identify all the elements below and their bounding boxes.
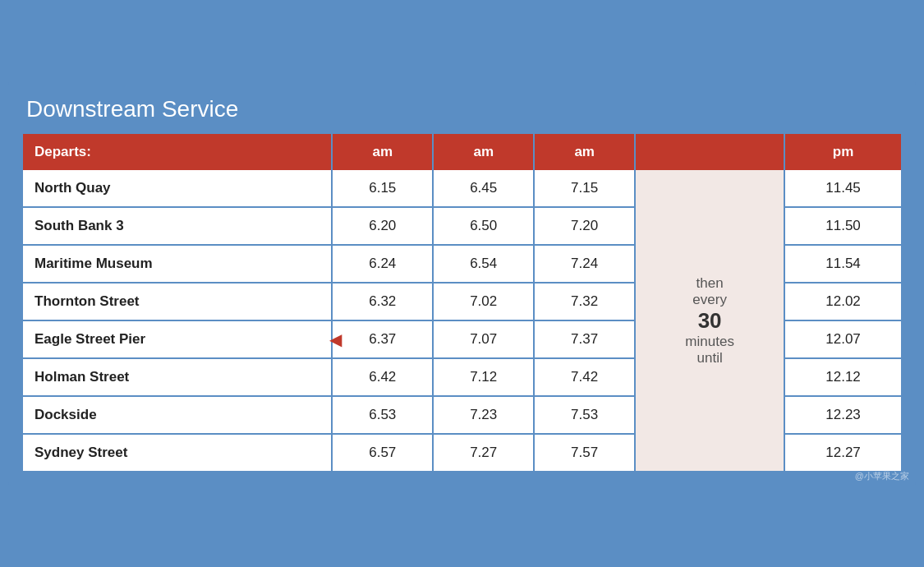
time-am1: ◀6.37 (332, 320, 433, 358)
header-am3: am (534, 134, 635, 170)
time-am2: 6.54 (433, 245, 534, 283)
time-am3: 7.53 (534, 396, 635, 434)
timetable: Departs: am am am pm North Quay6.156.457… (23, 134, 901, 471)
stop-name: Maritime Museum (23, 245, 332, 283)
time-am3: 7.37 (534, 320, 635, 358)
thirty-text: 30 (698, 308, 722, 333)
stop-name: Eagle Street Pier (23, 320, 332, 358)
header-pm: pm (784, 134, 901, 170)
arrow-icon: ◀ (329, 331, 342, 348)
time-am1: 6.20 (332, 207, 433, 245)
time-am2: 7.12 (433, 358, 534, 396)
header-row: Departs: am am am pm (23, 134, 901, 170)
header-am1: am (332, 134, 433, 170)
until-text: until (697, 350, 723, 366)
time-am3: 7.57 (534, 434, 635, 471)
time-am2: 7.07 (433, 320, 534, 358)
stop-name: North Quay (23, 170, 332, 207)
time-am3: 7.32 (534, 283, 635, 320)
time-pm: 12.02 (784, 283, 901, 320)
middle-info-cell: then every 30 minutes until (635, 170, 784, 471)
timetable-card: Downstream Service Departs: am am am pm … (8, 81, 916, 486)
time-am2: 6.45 (433, 170, 534, 207)
stop-name: South Bank 3 (23, 207, 332, 245)
minutes-text: minutes (685, 334, 734, 349)
time-am2: 7.27 (433, 434, 534, 471)
stop-name: Holman Street (23, 358, 332, 396)
time-am2: 7.02 (433, 283, 534, 320)
time-pm: 12.27 (784, 434, 901, 471)
time-am3: 7.24 (534, 245, 635, 283)
time-pm: 12.07 (784, 320, 901, 358)
time-am1: 6.57 (332, 434, 433, 471)
table-row: North Quay6.156.457.15then every 30 minu… (23, 170, 901, 207)
time-am1: 6.24 (332, 245, 433, 283)
time-am1: 6.53 (332, 396, 433, 434)
stop-name: Sydney Street (23, 434, 332, 471)
time-pm: 12.12 (784, 358, 901, 396)
page-title: Downstream Service (23, 96, 901, 122)
time-pm: 11.54 (784, 245, 901, 283)
watermark: @小苹果之家 (855, 470, 909, 482)
time-am3: 7.42 (534, 358, 635, 396)
header-am2: am (433, 134, 534, 170)
time-pm: 12.23 (784, 396, 901, 434)
time-am3: 7.20 (534, 207, 635, 245)
time-am1: 6.15 (332, 170, 433, 207)
time-pm: 11.50 (784, 207, 901, 245)
stop-name: Thornton Street (23, 283, 332, 320)
stop-name: Dockside (23, 396, 332, 434)
time-am1: 6.32 (332, 283, 433, 320)
then-text: then (696, 275, 724, 291)
time-pm: 11.45 (784, 170, 901, 207)
time-am3: 7.15 (534, 170, 635, 207)
every-text: every (692, 292, 727, 307)
header-stop: Departs: (23, 134, 332, 170)
time-am1: 6.42 (332, 358, 433, 396)
time-am2: 7.23 (433, 396, 534, 434)
time-am2: 6.50 (433, 207, 534, 245)
header-middle (635, 134, 784, 170)
